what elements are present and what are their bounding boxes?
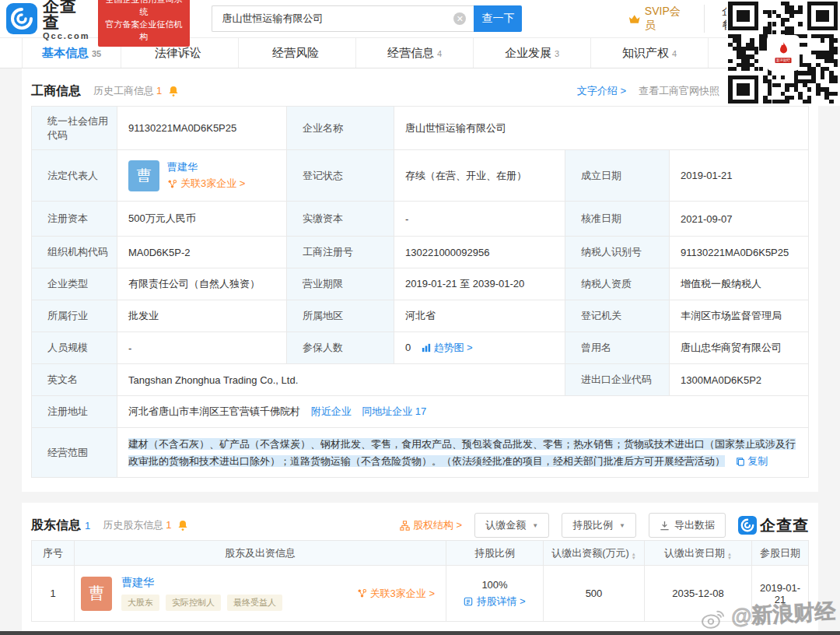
- legal-rep-cell: 曹 曹建华 关联3家企业 >: [117, 150, 287, 202]
- ratio-cell: 100% 持股详情 >: [446, 566, 544, 622]
- field-value: 2019-01-21: [670, 150, 809, 202]
- shareholding-detail-link[interactable]: 持股详情 >: [464, 595, 525, 609]
- field-value: 增值税一般纳税人: [670, 268, 809, 300]
- tag-actual-controller: 实际控制人: [166, 595, 221, 611]
- field-label: 成立日期: [565, 150, 670, 202]
- field-value: -: [117, 332, 287, 364]
- tab-operation-info[interactable]: 经营信息4: [356, 38, 474, 68]
- download-icon: [660, 521, 670, 531]
- join-date-cell: 2019-01-21: [752, 566, 809, 622]
- tab-operation-risk[interactable]: 经营风险: [239, 38, 356, 68]
- column-header: 序号: [32, 541, 75, 566]
- field-value: 2021-09-07: [670, 202, 809, 237]
- business-info-title: 工商信息: [31, 83, 81, 100]
- column-header-sortable[interactable]: 认缴出资额(万元)▲▼: [544, 541, 645, 566]
- column-header: 持股比例: [446, 541, 544, 566]
- search-button[interactable]: 查一下: [474, 5, 522, 32]
- field-value: 河北省: [394, 300, 565, 332]
- field-label: 注册资本: [32, 202, 117, 237]
- field-label: 法定代表人: [32, 150, 117, 202]
- shareholders-card: 股东信息1 历史股东信息1 股权结构 > 认缴金额▼ 持股比例▼ 导出数据 企查…: [22, 503, 818, 635]
- field-value: 丰润区市场监督管理局: [670, 300, 809, 332]
- nearby-companies-link[interactable]: 附近企业: [311, 405, 352, 417]
- field-label: 登记机关: [565, 300, 670, 332]
- shareholder-name-link[interactable]: 曹建华: [121, 576, 282, 590]
- qr-code: 新浪财经: [726, 0, 840, 106]
- shareholder-avatar: 曹: [81, 577, 112, 611]
- qcc-logo-icon: [738, 516, 757, 535]
- top-bar: 企查查 Qcc.com 全国企业信用查询系统 官方备案企业征信机构 ✕ 查一下 …: [0, 0, 840, 37]
- field-label: 进出口企业代码: [565, 364, 670, 396]
- business-info-card: 工商信息 历史工商信息1 文字介绍 > 查看工商官网快照 导出数据 统一社会信用…: [22, 68, 818, 492]
- export-data-button[interactable]: 导出数据: [649, 513, 726, 538]
- text-intro-link[interactable]: 文字介绍 >: [577, 84, 626, 98]
- history-business-info-link[interactable]: 历史工商信息1: [93, 84, 162, 98]
- qcc-brand-watermark: 企查查: [738, 515, 809, 536]
- qcc-logo[interactable]: 企查查 Qcc.com: [6, 0, 90, 40]
- field-label: 组织机构代码: [32, 237, 117, 268]
- shareholders-title: 股东信息1: [31, 517, 90, 534]
- bottom-bar: [0, 631, 840, 635]
- copy-icon: [736, 457, 745, 466]
- tab-intellectual-property[interactable]: 知识产权4: [591, 38, 709, 68]
- field-label: 核准日期: [565, 202, 670, 237]
- field-label: 经营范围: [32, 428, 117, 478]
- qr-center-logo: 新浪财经: [767, 35, 800, 71]
- table-row: 1 曹 曹建华 大股东 实际控制人 最终受益人: [32, 566, 809, 622]
- tab-development[interactable]: 企业发展3: [474, 38, 591, 68]
- column-header: 参股日期: [752, 541, 809, 566]
- bell-icon[interactable]: [168, 86, 179, 96]
- official-snapshot-link[interactable]: 查看工商官网快照: [639, 84, 719, 98]
- field-label: 英文名: [32, 364, 117, 396]
- tag-ultimate-beneficiary: 最终受益人: [227, 595, 282, 611]
- field-value: 130221000092956: [394, 237, 565, 268]
- relation-icon: [167, 179, 177, 189]
- row-index: 1: [32, 566, 75, 622]
- insured-count-cell: 0 趋势图 >: [394, 332, 565, 364]
- equity-structure-link[interactable]: 股权结构 >: [400, 518, 462, 532]
- field-label: 企业类型: [32, 268, 117, 300]
- field-label: 注册地址: [32, 396, 117, 428]
- field-value: Tangshan Zhonghua Trading Co., Ltd.: [117, 364, 565, 396]
- related-companies-link[interactable]: 关联3家企业 >: [167, 177, 245, 191]
- subscribe-date-cell: 2035-12-08: [645, 566, 752, 622]
- address-cell: 河北省唐山市丰润区王官营镇千佛院村 附近企业 同地址企业 17: [117, 396, 809, 428]
- trend-chart-icon: [422, 343, 431, 353]
- field-label: 营业期限: [287, 268, 394, 300]
- field-value: 91130221MA0D6K5P25: [117, 107, 287, 150]
- legal-rep-name-link[interactable]: 曹建华: [167, 160, 245, 174]
- copy-link[interactable]: 复制: [736, 455, 768, 467]
- field-label: 参保人数: [287, 332, 394, 364]
- field-label: 企业名称: [287, 107, 394, 150]
- field-value: 唐山忠华商贸有限公司: [670, 332, 809, 364]
- sort-icon[interactable]: ▲▼: [727, 553, 732, 560]
- detail-icon: [464, 597, 473, 606]
- nav-svip[interactable]: SVIP会员: [611, 5, 704, 33]
- relation-icon: [357, 588, 367, 598]
- org-chart-icon: [400, 521, 410, 531]
- legal-rep-avatar: 曹: [128, 160, 159, 191]
- subscribed-amount-filter-button[interactable]: 认缴金额▼: [474, 513, 549, 538]
- bell-icon[interactable]: [177, 520, 188, 531]
- related-companies-link[interactable]: 关联3家企业 >: [357, 587, 435, 601]
- same-address-companies-link[interactable]: 同地址企业 17: [362, 405, 426, 417]
- logo-text: 企查查: [43, 0, 90, 30]
- field-value: 有限责任公司（自然人独资）: [117, 268, 287, 300]
- shareholders-table: 序号 股东及出资信息 持股比例 认缴出资额(万元)▲▼ 认缴出资日期▲▼ 参股日…: [31, 540, 809, 622]
- field-value: 唐山世恒运输有限公司: [394, 107, 809, 150]
- history-shareholders-link[interactable]: 历史股东信息1: [103, 518, 171, 532]
- amount-cell: 500: [544, 566, 645, 622]
- flame-icon: [778, 42, 789, 56]
- search-input[interactable]: [212, 5, 474, 32]
- crown-icon: [628, 14, 640, 24]
- field-label: 统一社会信用代码: [32, 107, 117, 150]
- field-value: 批发业: [117, 300, 287, 332]
- sort-icon[interactable]: ▲▼: [632, 553, 636, 560]
- field-label: 曾用名: [565, 332, 670, 364]
- field-label: 人员规模: [32, 332, 117, 364]
- column-header-sortable[interactable]: 认缴出资日期▲▼: [645, 541, 752, 566]
- qcc-logo-icon: [6, 3, 37, 34]
- shareholding-ratio-filter-button[interactable]: 持股比例▼: [562, 513, 636, 538]
- trend-chart-link[interactable]: 趋势图 >: [422, 342, 473, 353]
- business-scope-cell: 建材（不含石灰）、矿产品（不含煤炭）、钢材批发、零售，食用农产品、预包装食品批发…: [117, 428, 809, 478]
